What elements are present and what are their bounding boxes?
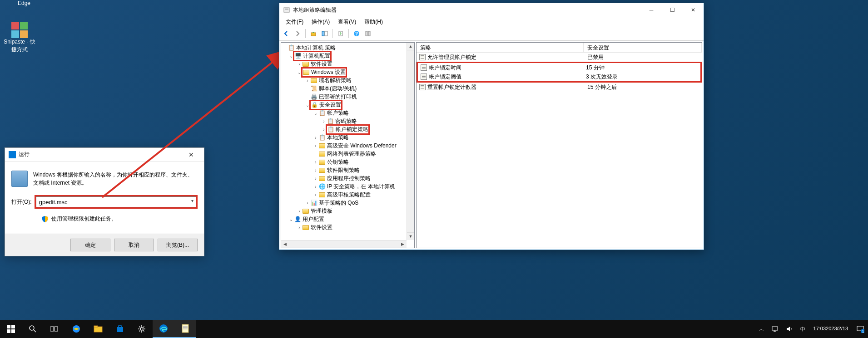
policy-row[interactable]: 帐户锁定时间 15 分钟 [418,63,700,72]
up-folder-icon[interactable] [308,29,318,39]
ok-button[interactable]: 确定 [70,239,110,251]
tree-ip-security[interactable]: ›🌐IP 安全策略，在 本地计算机 [281,182,414,191]
tree-qos[interactable]: ›📊基于策略的 QoS [281,199,414,207]
run-input[interactable] [36,196,196,207]
col-security[interactable]: 安全设置 [584,43,702,52]
menubar: 文件(F) 操作(A) 查看(V) 帮助(H) [279,17,704,27]
tray-notifications-icon[interactable]: 1 [853,320,868,338]
back-icon[interactable] [281,29,291,39]
tree-deployed-printers[interactable]: 🖨️已部署的打印机 [281,93,414,101]
tree-software-settings2[interactable]: ›软件设置 [281,223,414,231]
tree-defender[interactable]: ›高级安全 Windows Defender [281,142,414,150]
policy-row[interactable]: 重置帐户锁定计数器 15 分钟之后 [417,83,702,92]
menu-file[interactable]: 文件(F) [282,17,307,27]
tree-local-policies[interactable]: ›📋本地策略 [281,133,414,142]
tree-dns-policy[interactable]: ›域名解析策略 [281,76,414,84]
menu-view[interactable]: 查看(V) [334,17,360,27]
tree-app-control[interactable]: ›应用程序控制策略 [281,174,414,182]
export-icon[interactable] [336,29,346,39]
taskbar-explorer-icon[interactable] [87,320,109,338]
system-tray: ︿ 中 17:03 2023/2/13 1 [755,320,868,338]
policy-item-icon [421,64,427,71]
gpedit-titlebar[interactable]: 本地组策略编辑器 ─ ☐ ✕ [279,3,704,17]
taskbar-store-icon[interactable] [109,320,131,338]
desktop-icon-snipaste[interactable]: Snipaste - 快捷方式 [2,22,37,54]
tray-ime[interactable]: 中 [797,320,809,338]
svg-point-12 [30,326,34,330]
tree-software-restriction[interactable]: ›软件限制策略 [281,166,414,174]
tree-advanced-audit[interactable]: ›高级审核策略配置 [281,191,414,199]
svg-text:1: 1 [862,329,864,333]
menu-help[interactable]: 帮助(H) [361,17,387,27]
taskbar-ie-icon[interactable] [65,320,87,338]
toolbar: ? [279,27,704,40]
tree-panel: 📋本地计算机 策略 ⌄🖥️计算机配置 ›软件设置 ⌄Windows 设置 ›域名… [281,42,415,248]
tray-time: 17:03 [813,326,826,332]
admin-note: 使用管理权限创建此任务。 [51,215,117,223]
tray-date: 2023/2/13 [826,326,848,332]
tree-hscrollbar[interactable]: ◀▶ [281,240,407,248]
minimize-button[interactable]: ─ [641,3,662,17]
tray-chevron-up-icon[interactable]: ︿ [755,320,768,338]
tree-scripts[interactable]: 📜脚本(启动/关机) [281,84,414,93]
taskbar-settings-icon[interactable] [131,320,153,338]
policy-row[interactable]: 允许管理员帐户锁定 已禁用 [417,53,702,62]
run-title-text: 运行 [19,151,182,158]
svg-rect-26 [772,327,778,330]
tree-computer-config[interactable]: ⌄🖥️计算机配置 [281,52,414,60]
run-description: Windows 将根据你所输入的名称，为你打开相应的程序、文件夹、文档或 Int… [33,171,198,187]
filter-icon[interactable] [363,29,373,39]
taskbar-notepad-icon[interactable] [174,320,196,338]
tree-public-key[interactable]: ›公钥策略 [281,158,414,166]
tray-clock[interactable]: 17:03 2023/2/13 [809,320,853,338]
tree-user-config[interactable]: ⌄👤用户配置 [281,215,414,223]
svg-rect-2 [285,9,288,9]
tree-admin-templates[interactable]: ›管理模板 [281,207,414,215]
close-button[interactable]: ✕ [683,3,704,17]
svg-text:?: ? [355,31,358,36]
svg-rect-14 [50,327,54,331]
policy-row[interactable]: 帐户锁定阈值 3 次无效登录 [418,72,700,81]
tree-security-settings[interactable]: ⌄🔒安全设置 [281,101,414,109]
list-body: 允许管理员帐户锁定 已禁用 帐户锁定时间 15 分钟 帐户锁定阈值 3 次无效登… [417,53,702,248]
list-header: 策略 安全设置 [417,43,702,53]
policy-item-icon [419,84,426,90]
svg-rect-15 [55,327,58,331]
tree-network-list[interactable]: 网络列表管理器策略 [281,150,414,158]
forward-icon[interactable] [293,29,303,39]
snipaste-icon-img [11,22,28,38]
tree-account-lockout-policy[interactable]: ›📋帐户锁定策略 [281,125,414,133]
tray-network-icon[interactable] [768,320,782,338]
svg-rect-18 [94,326,98,327]
start-button[interactable] [0,320,22,338]
svg-rect-19 [117,327,123,332]
taskbar-edge-icon[interactable] [153,320,174,338]
svg-rect-17 [94,327,102,332]
desktop-icon-edge[interactable]: Edge [7,0,41,6]
help-icon[interactable]: ? [352,29,362,39]
gpedit-app-icon [283,6,290,14]
chevron-down-icon[interactable]: ▾ [191,198,193,203]
col-policy[interactable]: 策略 [417,43,584,52]
svg-rect-10 [366,31,367,36]
close-icon[interactable]: ✕ [182,151,200,158]
svg-rect-22 [182,324,188,333]
taskbar: ︿ 中 17:03 2023/2/13 1 [0,320,868,338]
show-hide-tree-icon[interactable] [320,29,330,39]
tree-windows-settings[interactable]: ⌄Windows 设置 [281,68,414,76]
maximize-button[interactable]: ☐ [662,3,683,17]
run-titlebar[interactable]: 运行 ✕ [5,148,204,162]
tree-account-policies[interactable]: ⌄📋帐户策略 [281,109,414,117]
menu-action[interactable]: 操作(A) [308,17,333,27]
svg-point-20 [140,328,143,330]
tray-volume-icon[interactable] [782,320,797,338]
tree-vscrollbar[interactable]: ▲▼ [407,43,414,240]
taskbar-search-icon[interactable] [22,320,44,338]
cancel-button[interactable]: 取消 [114,239,154,251]
gpedit-title-text: 本地组策略编辑器 [293,6,641,14]
taskbar-taskview-icon[interactable] [44,320,65,338]
browse-button[interactable]: 浏览(B)... [158,239,198,251]
gpedit-window: 本地组策略编辑器 ─ ☐ ✕ 文件(F) 操作(A) 查看(V) 帮助(H) ?… [279,3,704,250]
highlight-box-rows: 帐户锁定时间 15 分钟 帐户锁定阈值 3 次无效登录 [417,62,702,83]
svg-rect-5 [322,31,324,36]
